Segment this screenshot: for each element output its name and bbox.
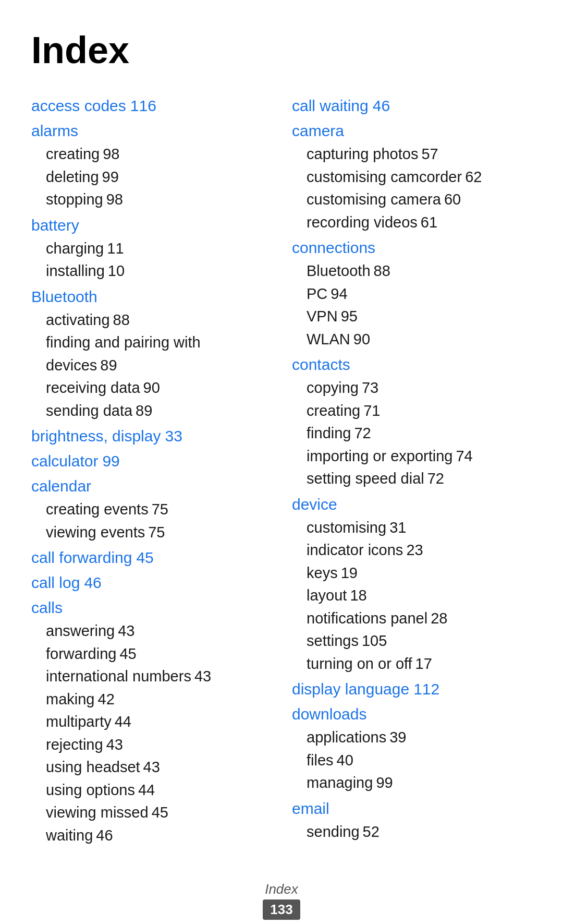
- page-number: 72: [427, 470, 444, 487]
- page-number: 99: [376, 774, 393, 791]
- index-entry: brightness, display33: [31, 425, 271, 447]
- page-number: 43: [143, 759, 160, 775]
- sub-entry: recording videos61: [307, 211, 532, 234]
- sub-entries: customising31indicator icons23keys19layo…: [307, 517, 532, 676]
- page-number: 33: [165, 427, 182, 445]
- entry-header: connections: [292, 237, 532, 259]
- page-number: 44: [138, 782, 155, 798]
- sub-entry: making42: [46, 688, 271, 711]
- index-entry: call waiting46: [292, 95, 532, 117]
- sub-entry: sending52: [307, 821, 532, 844]
- entry-header: calculator99: [31, 450, 271, 472]
- footer-label: Index: [31, 881, 532, 897]
- page-number: 45: [119, 645, 136, 662]
- page-number: 11: [107, 240, 124, 257]
- page-number: 17: [415, 655, 432, 672]
- index-body: access codes116alarmscreating98deleting9…: [31, 95, 532, 850]
- sub-entry: viewing missed45: [46, 801, 271, 824]
- page-number: 23: [406, 542, 423, 558]
- page-number: 94: [331, 285, 347, 302]
- page-number: 88: [374, 262, 390, 279]
- entry-header: call waiting46: [292, 95, 532, 117]
- footer-page: 133: [263, 899, 300, 920]
- entry-header: call forwarding45: [31, 547, 271, 569]
- page-number: 19: [341, 565, 358, 581]
- sub-entry: importing or exporting74: [307, 445, 532, 468]
- page-number: 40: [337, 752, 353, 769]
- page-number: 46: [84, 574, 101, 591]
- sub-entry: installing10: [46, 260, 271, 283]
- index-entry: Bluetoothactivating88finding and pairing…: [31, 286, 271, 423]
- page-number: 46: [96, 827, 113, 844]
- sub-entries: charging11installing10: [46, 237, 271, 283]
- page-number: 43: [106, 736, 123, 753]
- page-number: 18: [350, 587, 366, 604]
- page-number: 71: [363, 402, 380, 419]
- page-number: 89: [100, 357, 117, 374]
- page-number: 39: [389, 729, 406, 746]
- footer: Index 133: [31, 881, 532, 920]
- entry-header: alarms: [31, 120, 271, 142]
- sub-entry: charging11: [46, 237, 271, 260]
- entry-header: downloads: [292, 703, 532, 725]
- sub-entry: finding and pairing with devices89: [46, 331, 271, 377]
- entry-header: brightness, display33: [31, 425, 271, 447]
- page-title: Index: [31, 31, 532, 69]
- sub-entry: viewing events75: [46, 521, 271, 544]
- index-entry: devicecustomising31indicator icons23keys…: [292, 494, 532, 676]
- sub-entry: creating98: [46, 143, 271, 166]
- sub-entry: customising31: [307, 517, 532, 539]
- page-number: 45: [136, 549, 153, 566]
- page-number: 42: [98, 691, 115, 707]
- index-entry: calendarcreating events75viewing events7…: [31, 475, 271, 544]
- sub-entry: creating71: [307, 400, 532, 423]
- sub-entry: keys19: [307, 562, 532, 585]
- sub-entry: customising camcorder62: [307, 166, 532, 189]
- sub-entry: sending data89: [46, 400, 271, 423]
- index-entry: display language112: [292, 678, 532, 700]
- entry-header: email: [292, 798, 532, 820]
- sub-entries: Bluetooth88PC94VPN95WLAN90: [307, 260, 532, 351]
- page-number: 57: [421, 146, 438, 162]
- sub-entry: files40: [307, 749, 532, 772]
- index-entry: calculator99: [31, 450, 271, 472]
- entry-header: calendar: [31, 475, 271, 497]
- page-number: 43: [118, 622, 134, 639]
- page-number: 72: [354, 425, 371, 441]
- page-number: 62: [465, 169, 482, 185]
- sub-entry: PC94: [307, 283, 532, 306]
- page-number: 43: [194, 668, 211, 685]
- sub-entry: managing99: [307, 772, 532, 795]
- sub-entry: customising camera60: [307, 188, 532, 211]
- sub-entry: Bluetooth88: [307, 260, 532, 283]
- page-number: 88: [113, 311, 130, 328]
- sub-entry: multiparty44: [46, 711, 271, 734]
- sub-entries: creating events75viewing events75: [46, 498, 271, 544]
- sub-entries: copying73creating71finding72importing or…: [307, 377, 532, 490]
- sub-entries: applications39files40managing99: [307, 726, 532, 795]
- entry-header: device: [292, 494, 532, 515]
- sub-entry: finding72: [307, 422, 532, 445]
- page-number: 73: [362, 379, 378, 396]
- entry-header: contacts: [292, 354, 532, 376]
- sub-entry: WLAN90: [307, 328, 532, 351]
- sub-entry: using options44: [46, 779, 271, 802]
- page-number: 98: [103, 146, 119, 162]
- index-entry: contactscopying73creating71finding72impo…: [292, 354, 532, 490]
- page-number: 74: [456, 448, 472, 464]
- page-number: 44: [115, 713, 131, 730]
- page-number: 116: [130, 97, 156, 114]
- page-number: 90: [353, 331, 370, 347]
- index-entry: emailsending52: [292, 798, 532, 844]
- page-number: 61: [421, 214, 437, 231]
- sub-entry: capturing photos57: [307, 143, 532, 166]
- page-number: 89: [136, 402, 152, 419]
- sub-entry: rejecting43: [46, 734, 271, 757]
- entry-header: Bluetooth: [31, 286, 271, 308]
- entry-header: call log46: [31, 572, 271, 594]
- page-number: 46: [373, 97, 390, 114]
- sub-entry: using headset43: [46, 756, 271, 779]
- sub-entry: applications39: [307, 726, 532, 749]
- index-entry: alarmscreating98deleting99stopping98: [31, 120, 271, 211]
- page-number: 28: [431, 610, 447, 627]
